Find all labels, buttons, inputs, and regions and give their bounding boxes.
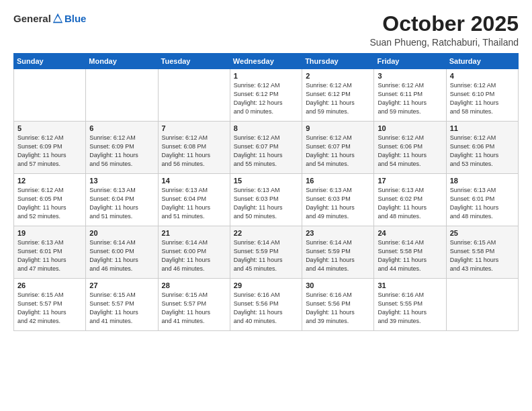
calendar-cell: 10Sunrise: 6:12 AM Sunset: 6:06 PM Dayli…	[374, 122, 446, 174]
calendar-cell: 20Sunrise: 6:14 AM Sunset: 6:00 PM Dayli…	[86, 226, 158, 279]
calendar-body: 1Sunrise: 6:12 AM Sunset: 6:12 PM Daylig…	[14, 69, 519, 331]
day-number: 23	[306, 229, 370, 237]
calendar-cell: 9Sunrise: 6:12 AM Sunset: 6:07 PM Daylig…	[302, 122, 374, 174]
day-info: Sunrise: 6:14 AM Sunset: 6:00 PM Dayligh…	[89, 238, 154, 273]
calendar-page: General Blue October 2025 Suan Phueng, R…	[0, 0, 532, 411]
day-number: 17	[378, 177, 442, 185]
calendar-cell: 13Sunrise: 6:13 AM Sunset: 6:04 PM Dayli…	[86, 174, 158, 226]
calendar-cell: 15Sunrise: 6:13 AM Sunset: 6:03 PM Dayli…	[230, 174, 302, 226]
day-info: Sunrise: 6:12 AM Sunset: 6:09 PM Dayligh…	[89, 134, 154, 169]
title-block: October 2025 Suan Phueng, Ratchaburi, Th…	[369, 12, 519, 48]
day-info: Sunrise: 6:12 AM Sunset: 6:11 PM Dayligh…	[378, 81, 442, 116]
day-number: 11	[450, 124, 515, 132]
day-info: Sunrise: 6:13 AM Sunset: 6:02 PM Dayligh…	[378, 186, 442, 221]
day-number: 19	[17, 229, 82, 237]
calendar-cell: 30Sunrise: 6:16 AM Sunset: 5:56 PM Dayli…	[302, 279, 374, 331]
day-number: 27	[89, 281, 154, 289]
location-subtitle: Suan Phueng, Ratchaburi, Thailand	[369, 37, 519, 48]
header-monday: Monday	[86, 54, 158, 69]
logo-general-text: General	[13, 13, 51, 24]
calendar-cell	[14, 69, 86, 122]
day-info: Sunrise: 6:13 AM Sunset: 6:01 PM Dayligh…	[17, 238, 82, 273]
day-number: 4	[450, 72, 515, 80]
day-info: Sunrise: 6:13 AM Sunset: 6:04 PM Dayligh…	[162, 186, 226, 221]
day-number: 9	[306, 124, 370, 132]
day-number: 14	[162, 177, 226, 185]
calendar-cell: 1Sunrise: 6:12 AM Sunset: 6:12 PM Daylig…	[230, 69, 302, 122]
calendar-cell: 22Sunrise: 6:14 AM Sunset: 5:59 PM Dayli…	[230, 226, 302, 279]
calendar-cell: 24Sunrise: 6:14 AM Sunset: 5:58 PM Dayli…	[374, 226, 446, 279]
calendar-week-row: 5Sunrise: 6:12 AM Sunset: 6:09 PM Daylig…	[14, 122, 519, 174]
calendar-cell: 26Sunrise: 6:15 AM Sunset: 5:57 PM Dayli…	[14, 279, 86, 331]
day-number: 20	[89, 229, 154, 237]
header-thursday: Thursday	[302, 54, 374, 69]
day-number: 21	[162, 229, 226, 237]
calendar-cell: 31Sunrise: 6:16 AM Sunset: 5:55 PM Dayli…	[374, 279, 446, 331]
day-number: 7	[162, 124, 226, 132]
day-number: 8	[234, 124, 298, 132]
day-number: 26	[17, 281, 82, 289]
page-header: General Blue October 2025 Suan Phueng, R…	[13, 12, 519, 48]
calendar-cell: 5Sunrise: 6:12 AM Sunset: 6:09 PM Daylig…	[14, 122, 86, 174]
day-info: Sunrise: 6:12 AM Sunset: 6:08 PM Dayligh…	[162, 134, 226, 169]
month-title: October 2025	[369, 12, 519, 36]
day-info: Sunrise: 6:13 AM Sunset: 6:03 PM Dayligh…	[234, 186, 298, 221]
calendar-cell: 21Sunrise: 6:14 AM Sunset: 6:00 PM Dayli…	[158, 226, 230, 279]
calendar-cell: 8Sunrise: 6:12 AM Sunset: 6:07 PM Daylig…	[230, 122, 302, 174]
day-number: 15	[234, 177, 298, 185]
calendar-cell	[86, 69, 158, 122]
header-saturday: Saturday	[446, 54, 518, 69]
day-number: 3	[378, 72, 442, 80]
day-info: Sunrise: 6:12 AM Sunset: 6:10 PM Dayligh…	[450, 81, 515, 116]
header-sunday: Sunday	[14, 54, 86, 69]
day-info: Sunrise: 6:15 AM Sunset: 5:58 PM Dayligh…	[450, 238, 515, 273]
day-info: Sunrise: 6:12 AM Sunset: 6:06 PM Dayligh…	[378, 134, 442, 169]
day-info: Sunrise: 6:13 AM Sunset: 6:04 PM Dayligh…	[89, 186, 154, 221]
day-info: Sunrise: 6:13 AM Sunset: 6:01 PM Dayligh…	[450, 186, 515, 221]
day-info: Sunrise: 6:12 AM Sunset: 6:07 PM Dayligh…	[306, 134, 370, 169]
day-number: 24	[378, 229, 442, 237]
calendar-cell: 17Sunrise: 6:13 AM Sunset: 6:02 PM Dayli…	[374, 174, 446, 226]
calendar-cell	[158, 69, 230, 122]
calendar-cell: 7Sunrise: 6:12 AM Sunset: 6:08 PM Daylig…	[158, 122, 230, 174]
calendar-cell: 27Sunrise: 6:15 AM Sunset: 5:57 PM Dayli…	[86, 279, 158, 331]
weekday-header-row: Sunday Monday Tuesday Wednesday Thursday…	[14, 54, 519, 69]
calendar-cell: 29Sunrise: 6:16 AM Sunset: 5:56 PM Dayli…	[230, 279, 302, 331]
day-info: Sunrise: 6:16 AM Sunset: 5:55 PM Dayligh…	[378, 291, 442, 326]
calendar-cell: 11Sunrise: 6:12 AM Sunset: 6:06 PM Dayli…	[446, 122, 518, 174]
day-number: 6	[89, 124, 154, 132]
calendar-week-row: 19Sunrise: 6:13 AM Sunset: 6:01 PM Dayli…	[14, 226, 519, 279]
day-number: 2	[306, 72, 370, 80]
calendar-cell: 2Sunrise: 6:12 AM Sunset: 6:12 PM Daylig…	[302, 69, 374, 122]
calendar-cell: 18Sunrise: 6:13 AM Sunset: 6:01 PM Dayli…	[446, 174, 518, 226]
day-info: Sunrise: 6:12 AM Sunset: 6:12 PM Dayligh…	[306, 81, 370, 116]
header-wednesday: Wednesday	[230, 54, 302, 69]
calendar-cell: 12Sunrise: 6:12 AM Sunset: 6:05 PM Dayli…	[14, 174, 86, 226]
logo: General Blue	[13, 12, 86, 24]
day-info: Sunrise: 6:15 AM Sunset: 5:57 PM Dayligh…	[89, 291, 154, 326]
calendar-week-row: 1Sunrise: 6:12 AM Sunset: 6:12 PM Daylig…	[14, 69, 519, 122]
calendar-cell: 14Sunrise: 6:13 AM Sunset: 6:04 PM Dayli…	[158, 174, 230, 226]
day-number: 12	[17, 177, 82, 185]
calendar-cell: 16Sunrise: 6:13 AM Sunset: 6:03 PM Dayli…	[302, 174, 374, 226]
calendar-header: Sunday Monday Tuesday Wednesday Thursday…	[14, 54, 519, 69]
day-number: 29	[234, 281, 298, 289]
calendar-week-row: 26Sunrise: 6:15 AM Sunset: 5:57 PM Dayli…	[14, 279, 519, 331]
day-info: Sunrise: 6:15 AM Sunset: 5:57 PM Dayligh…	[17, 291, 82, 326]
calendar-cell: 25Sunrise: 6:15 AM Sunset: 5:58 PM Dayli…	[446, 226, 518, 279]
calendar-cell: 3Sunrise: 6:12 AM Sunset: 6:11 PM Daylig…	[374, 69, 446, 122]
day-info: Sunrise: 6:16 AM Sunset: 5:56 PM Dayligh…	[234, 291, 298, 326]
day-info: Sunrise: 6:14 AM Sunset: 5:59 PM Dayligh…	[306, 238, 370, 273]
calendar-week-row: 12Sunrise: 6:12 AM Sunset: 6:05 PM Dayli…	[14, 174, 519, 226]
day-number: 18	[450, 177, 515, 185]
calendar-cell: 6Sunrise: 6:12 AM Sunset: 6:09 PM Daylig…	[86, 122, 158, 174]
day-info: Sunrise: 6:12 AM Sunset: 6:07 PM Dayligh…	[234, 134, 298, 169]
logo-blue-text: Blue	[64, 13, 87, 24]
day-info: Sunrise: 6:12 AM Sunset: 6:06 PM Dayligh…	[450, 134, 515, 169]
day-info: Sunrise: 6:16 AM Sunset: 5:56 PM Dayligh…	[306, 291, 370, 326]
day-info: Sunrise: 6:12 AM Sunset: 6:12 PM Dayligh…	[234, 81, 298, 116]
day-number: 1	[234, 72, 298, 80]
calendar-cell	[446, 279, 518, 331]
day-info: Sunrise: 6:14 AM Sunset: 5:58 PM Dayligh…	[378, 238, 442, 273]
day-number: 30	[306, 281, 370, 289]
